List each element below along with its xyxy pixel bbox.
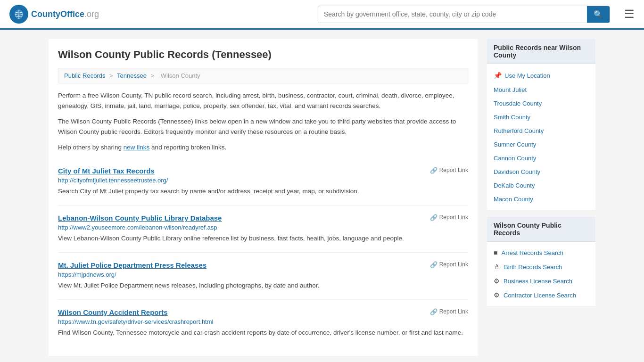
nearby-link[interactable]: Sumner County bbox=[487, 138, 595, 151]
nearby-link[interactable]: Smith County bbox=[487, 110, 595, 124]
nearby-link[interactable]: Cannon County bbox=[487, 151, 595, 165]
new-links-link[interactable]: new links bbox=[124, 144, 150, 151]
report-icon: 🔗 bbox=[430, 308, 438, 315]
nearby-header: Public Records near Wilson County bbox=[487, 39, 595, 64]
nearby-link[interactable]: Davidson County bbox=[487, 165, 595, 179]
record-description: Search City of Mt Juliet property tax se… bbox=[58, 187, 468, 197]
nearby-link[interactable]: DeKalb County bbox=[487, 179, 595, 192]
report-icon: 🔗 bbox=[430, 214, 438, 221]
record-type-icon: ⚙ bbox=[494, 277, 500, 285]
report-link[interactable]: 🔗 Report Link bbox=[430, 261, 468, 268]
record-url[interactable]: https://www.tn.gov/safety/driver-service… bbox=[58, 318, 468, 325]
content-area: Wilson County Public Records (Tennessee)… bbox=[49, 39, 478, 356]
intro-paragraph-1: Perform a free Wilson County, TN public … bbox=[58, 90, 468, 111]
record-description: View Mt. Juliet Police Department news r… bbox=[58, 281, 468, 291]
page-title: Wilson County Public Records (Tennessee) bbox=[58, 49, 468, 61]
search-icon: 🔍 bbox=[594, 10, 603, 18]
site-header: CountyOffice.org 🔍 ☰ bbox=[0, 0, 644, 30]
nearby-link[interactable]: Trousdale County bbox=[487, 97, 595, 110]
record-title[interactable]: City of Mt Juliet Tax Records bbox=[58, 167, 155, 175]
record-item: Lebanon-Wilson County Public Library Dat… bbox=[58, 206, 468, 253]
record-links: ■Arrest Records Search🕯Birth Records Sea… bbox=[487, 246, 595, 302]
record-type-icon: ■ bbox=[494, 249, 497, 256]
county-record-link[interactable]: ⚙Business License Search bbox=[487, 274, 595, 288]
nearby-body: 📌 Use My Location Mount JulietTrousdale … bbox=[487, 64, 595, 210]
record-url[interactable]: https://mjpdnews.org/ bbox=[58, 271, 468, 278]
record-item: Mt. Juliet Police Department Press Relea… bbox=[58, 253, 468, 300]
nearby-link[interactable]: Macon County bbox=[487, 192, 595, 206]
record-description: Find Wilson County, Tennessee motorcycle… bbox=[58, 328, 468, 338]
main-container: Wilson County Public Records (Tennessee)… bbox=[39, 30, 605, 362]
record-type-icon: 🕯 bbox=[494, 263, 500, 271]
report-link[interactable]: 🔗 Report Link bbox=[430, 308, 468, 315]
menu-button[interactable]: ☰ bbox=[624, 8, 635, 21]
breadcrumb-public-records[interactable]: Public Records bbox=[64, 72, 105, 79]
report-icon: 🔗 bbox=[430, 261, 438, 268]
record-item: Wilson County Accident Reports 🔗 Report … bbox=[58, 300, 468, 346]
county-records-section: Wilson County Public Records ■Arrest Rec… bbox=[487, 217, 595, 306]
records-list: City of Mt Juliet Tax Records 🔗 Report L… bbox=[58, 158, 468, 346]
record-title[interactable]: Mt. Juliet Police Department Press Relea… bbox=[58, 261, 206, 269]
record-description: View Lebanon-Wilson County Public Librar… bbox=[58, 234, 468, 244]
report-link[interactable]: 🔗 Report Link bbox=[430, 167, 468, 174]
breadcrumb-wilson-county: Wilson County bbox=[161, 72, 200, 79]
logo-text: CountyOffice.org bbox=[31, 9, 99, 19]
county-records-body: ■Arrest Records Search🕯Birth Records Sea… bbox=[487, 242, 595, 306]
intro-paragraph-2: The Wilson County Public Records (Tennes… bbox=[58, 116, 468, 137]
county-records-header: Wilson County Public Records bbox=[487, 217, 595, 242]
report-link[interactable]: 🔗 Report Link bbox=[430, 214, 468, 221]
breadcrumb-tennessee[interactable]: Tennessee bbox=[117, 72, 147, 79]
nearby-links: Mount JulietTrousdale CountySmith County… bbox=[487, 83, 595, 206]
logo[interactable]: CountyOffice.org bbox=[9, 5, 99, 24]
nearby-section: Public Records near Wilson County 📌 Use … bbox=[487, 39, 595, 210]
nearby-link[interactable]: Rutherford County bbox=[487, 124, 595, 138]
report-icon: 🔗 bbox=[430, 167, 438, 174]
county-record-link[interactable]: ⚙Contractor License Search bbox=[487, 288, 595, 302]
record-url[interactable]: http://www2.youseemore.com/lebanon-wilso… bbox=[58, 224, 468, 231]
county-record-link[interactable]: 🕯Birth Records Search bbox=[487, 260, 595, 274]
record-url[interactable]: http://cityofmtjuliet.tennesseetrustee.o… bbox=[58, 177, 468, 184]
search-bar: 🔍 bbox=[318, 6, 610, 23]
record-type-icon: ⚙ bbox=[494, 291, 500, 299]
logo-icon bbox=[9, 5, 28, 24]
nearby-link[interactable]: Mount Juliet bbox=[487, 83, 595, 97]
record-title[interactable]: Lebanon-Wilson County Public Library Dat… bbox=[58, 214, 222, 222]
search-button[interactable]: 🔍 bbox=[587, 6, 610, 23]
sidebar: Public Records near Wilson County 📌 Use … bbox=[487, 39, 595, 356]
intro-paragraph-3: Help others by sharing new links and rep… bbox=[58, 142, 468, 153]
use-location-button[interactable]: 📌 Use My Location bbox=[487, 68, 595, 83]
breadcrumb: Public Records > Tennessee > Wilson Coun… bbox=[58, 68, 468, 83]
search-input[interactable] bbox=[318, 7, 587, 22]
pin-icon: 📌 bbox=[494, 72, 502, 79]
record-item: City of Mt Juliet Tax Records 🔗 Report L… bbox=[58, 158, 468, 206]
county-record-link[interactable]: ■Arrest Records Search bbox=[487, 246, 595, 260]
record-title[interactable]: Wilson County Accident Reports bbox=[58, 308, 168, 316]
